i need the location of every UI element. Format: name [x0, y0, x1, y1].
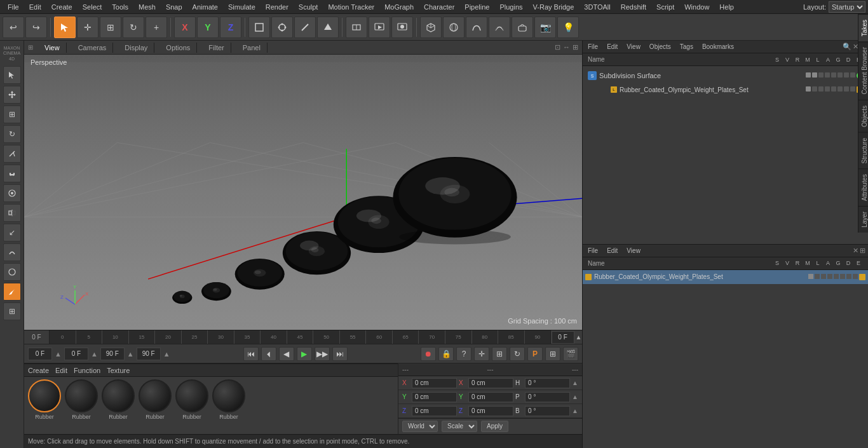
nurbs-button[interactable] — [489, 17, 510, 38]
sidebar-deform-btn[interactable] — [3, 243, 21, 261]
layout-dropdown[interactable]: Startup — [829, 1, 865, 13]
end-frame-input[interactable] — [552, 331, 574, 344]
timeline-track[interactable]: 0 5 10 15 20 25 30 35 40 45 50 55 60 65 — [50, 330, 550, 344]
menu-snap[interactable]: Snap — [161, 2, 187, 12]
menu-script[interactable]: Script — [651, 2, 679, 12]
side-tab-content-browser[interactable]: Content Browser — [858, 41, 868, 99]
menu-3dtoall[interactable]: 3DTOAll — [579, 2, 615, 12]
film-btn[interactable]: 🎬 — [563, 347, 578, 361]
record-button[interactable]: ⏺ — [421, 347, 436, 361]
material-item-4[interactable]: Rubber — [175, 379, 208, 420]
sidebar-wrap-btn[interactable]: ↙ — [3, 224, 21, 241]
end-step-up[interactable]: ▲ — [127, 350, 134, 358]
camera-button[interactable]: 📷 — [534, 17, 556, 38]
prev-key-button[interactable]: ⏴ — [261, 347, 276, 361]
auto-key-button[interactable]: 🔒 — [438, 347, 454, 361]
sidebar-scale-btn[interactable]: ⊞ — [3, 105, 21, 123]
viewport-tab-filter[interactable]: Filter — [202, 43, 231, 53]
viewport-icon2[interactable]: ↔ — [563, 43, 570, 51]
material-tab-edit[interactable]: Edit — [55, 367, 67, 374]
coord-y-size[interactable]: 0 cm — [468, 392, 513, 402]
material-tab-texture[interactable]: Texture — [107, 367, 130, 374]
coord-z-step[interactable]: ▲ — [572, 407, 578, 414]
move-tool-button[interactable]: ✛ — [77, 17, 98, 38]
max-step-up[interactable]: ▲ — [163, 350, 170, 358]
goto-end-button[interactable]: ⏭ — [332, 347, 348, 361]
move-tool-btn2[interactable]: ✛ — [474, 347, 489, 361]
help-button[interactable]: ? — [456, 347, 471, 361]
obj-row-rubber[interactable]: L Rubber_Coated_Olympic_Weight_Plates_Se… — [585, 83, 865, 97]
coord-x-size[interactable]: 0 cm — [468, 378, 513, 388]
z-axis-button[interactable]: Z — [220, 17, 241, 38]
x-axis-button[interactable]: X — [174, 17, 196, 38]
start-step-up[interactable]: ▲ — [91, 350, 98, 358]
object-mode-button[interactable] — [248, 17, 270, 38]
scale-tool-btn2[interactable]: ⊞ — [492, 347, 507, 361]
param-btn[interactable]: P — [527, 347, 543, 361]
material-item-5[interactable]: Rubber — [212, 379, 245, 420]
menu-pipeline[interactable]: Pipeline — [459, 2, 494, 12]
viewport-icon3[interactable]: ⊞ — [573, 43, 578, 51]
sidebar-knife-btn[interactable] — [3, 145, 21, 163]
timeline-ruler[interactable]: 0 F 0 5 10 15 20 25 30 35 40 45 — [24, 330, 582, 344]
goto-start-button[interactable]: ⏮ — [243, 347, 259, 361]
material-tab-create[interactable]: Create — [28, 367, 49, 374]
sidebar-mirror-btn[interactable] — [3, 204, 21, 222]
coord-x-pos[interactable]: 0 cm — [412, 378, 457, 388]
obj-row-subdivision[interactable]: S Subdivision Surface — [585, 69, 865, 83]
menu-edit[interactable]: Edit — [24, 2, 46, 12]
obj-tab-view[interactable]: View — [624, 42, 643, 51]
end-frame-input2[interactable] — [100, 348, 125, 360]
scale-dropdown[interactable]: Scale — [442, 421, 477, 432]
menu-plugins[interactable]: Plugins — [494, 2, 527, 12]
end-arrow[interactable]: ▲ — [576, 334, 582, 341]
obj-tab-objects[interactable]: Objects — [647, 42, 674, 51]
menu-create[interactable]: Create — [46, 2, 78, 12]
viewport-tab-options[interactable]: Options — [159, 43, 197, 53]
viewport-canvas[interactable]: X Y Z Perspective Grid Spacing : 100 cm — [24, 55, 582, 330]
coord-z-pos[interactable]: 0 cm — [412, 406, 457, 416]
material-item-0[interactable]: Rubber — [28, 379, 61, 420]
coord-z-size[interactable]: 0 cm — [468, 406, 513, 416]
rotate-tool-btn2[interactable]: ↻ — [510, 347, 525, 361]
redo-button[interactable]: ↪ — [25, 17, 47, 38]
menu-mesh[interactable]: Mesh — [133, 2, 161, 12]
menu-sculpt[interactable]: Sculpt — [294, 2, 323, 12]
rotate-tool-button[interactable]: ↻ — [123, 17, 144, 38]
coord-y-pos[interactable]: 0 cm — [412, 392, 457, 402]
attr-close-icon[interactable]: ✕ — [853, 247, 858, 255]
side-tab-takes[interactable]: Takes — [858, 14, 868, 41]
viewport-menu-icon[interactable]: ⊞ — [28, 44, 33, 51]
menu-render[interactable]: Render — [261, 2, 294, 12]
create-button[interactable]: + — [146, 17, 167, 38]
select-tool-button[interactable] — [54, 17, 76, 38]
material-tab-function[interactable]: Function — [74, 367, 100, 374]
sidebar-magnet-btn[interactable] — [3, 165, 21, 182]
deformer-button[interactable] — [512, 17, 533, 38]
playback-render-button[interactable] — [391, 17, 413, 38]
obj-search-icon[interactable]: 🔍 — [843, 43, 851, 51]
menu-file[interactable]: File — [3, 2, 24, 12]
menu-character[interactable]: Character — [419, 2, 459, 12]
start-frame-input[interactable] — [64, 348, 88, 360]
render-region-button[interactable] — [346, 17, 367, 38]
attr-expand-icon[interactable]: ⊞ — [860, 247, 865, 255]
scale-tool-button[interactable]: ⊞ — [100, 17, 121, 38]
side-tab-layer[interactable]: Layer — [858, 206, 868, 233]
sidebar-move-btn[interactable] — [3, 86, 21, 104]
max-frame-input[interactable] — [137, 348, 161, 360]
cube-button[interactable] — [420, 17, 442, 38]
obj-tab-edit[interactable]: Edit — [604, 42, 620, 51]
y-axis-button[interactable]: Y — [197, 17, 219, 38]
obj-tab-bookmarks[interactable]: Bookmarks — [700, 42, 736, 51]
menu-vray[interactable]: V-Ray Bridge — [528, 2, 580, 12]
sidebar-grid-btn[interactable]: ⊞ — [3, 302, 21, 320]
material-item-2[interactable]: Rubber — [102, 379, 135, 420]
obj-tab-tags[interactable]: Tags — [677, 42, 696, 51]
frame-step-up[interactable]: ▲ — [55, 350, 62, 358]
material-item-1[interactable]: Rubber — [65, 379, 98, 420]
menu-redshift[interactable]: Redshift — [616, 2, 651, 12]
menu-motion-tracker[interactable]: Motion Tracker — [323, 2, 379, 12]
menu-mograph[interactable]: MoGraph — [379, 2, 419, 12]
sidebar-sculpt-btn[interactable] — [3, 283, 21, 301]
